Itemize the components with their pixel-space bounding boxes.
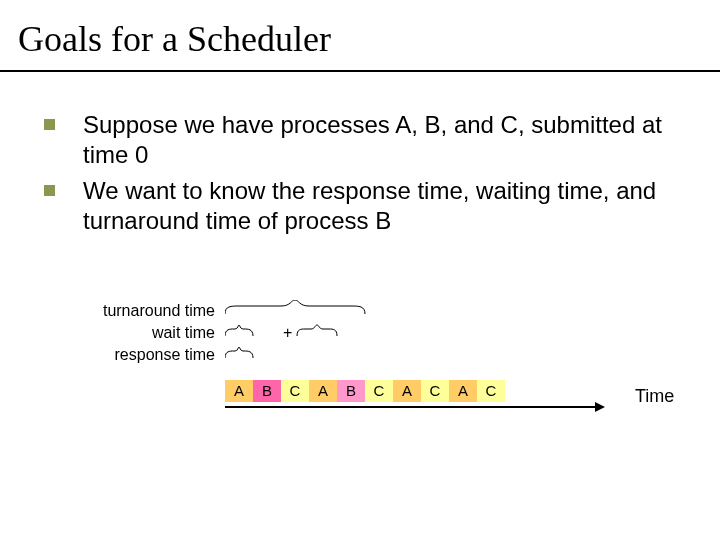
bullet-marker-icon: [44, 185, 55, 196]
slide: Goals for a Scheduler Suppose we have pr…: [0, 0, 720, 540]
title-underline: [0, 70, 720, 72]
bullet-text: We want to know the response time, waiti…: [83, 176, 684, 236]
arrow-right-icon: [595, 402, 605, 412]
bullet-list: Suppose we have processes A, B, and C, s…: [44, 110, 684, 242]
segment-c: C: [365, 380, 393, 402]
segment-c: C: [477, 380, 505, 402]
bullet-text: Suppose we have processes A, B, and C, s…: [83, 110, 684, 170]
bullet-marker-icon: [44, 119, 55, 130]
segment-b: B: [253, 380, 281, 402]
bullet-item: Suppose we have processes A, B, and C, s…: [44, 110, 684, 170]
time-metric-labels: turnaround time wait time response time: [70, 300, 215, 366]
segment-c: C: [281, 380, 309, 402]
timing-diagram: turnaround time wait time response time …: [70, 300, 690, 480]
axis-line: [225, 406, 595, 408]
plus-sign: +: [283, 324, 292, 342]
brace-group: [225, 300, 455, 370]
segment-c: C: [421, 380, 449, 402]
label-response: response time: [70, 344, 215, 366]
schedule-bar: A B C A B C A C A C: [225, 380, 505, 402]
time-axis: [225, 402, 605, 414]
segment-a: A: [225, 380, 253, 402]
segment-b: B: [337, 380, 365, 402]
segment-a: A: [449, 380, 477, 402]
bullet-item: We want to know the response time, waiti…: [44, 176, 684, 236]
label-wait: wait time: [70, 322, 215, 344]
segment-a: A: [393, 380, 421, 402]
label-turnaround: turnaround time: [70, 300, 215, 322]
axis-label-time: Time: [635, 386, 674, 407]
slide-title: Goals for a Scheduler: [18, 18, 331, 60]
segment-a: A: [309, 380, 337, 402]
